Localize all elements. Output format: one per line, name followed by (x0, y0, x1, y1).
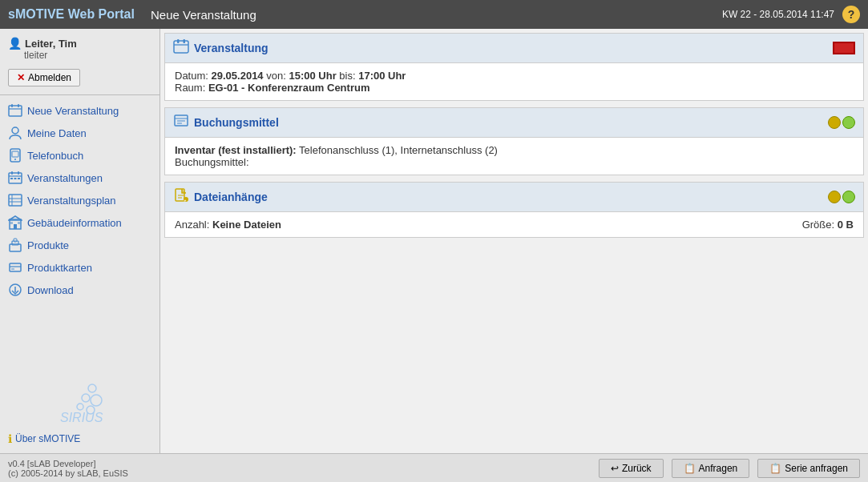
logo-brand: MOTIVE Web Portal (15, 7, 135, 21)
anfragen-button[interactable]: 📋 Anfragen (672, 459, 750, 478)
about-label: Über sMOTIVE (15, 433, 80, 444)
nav-label-veranstaltungen: Veranstaltungen (27, 172, 103, 184)
x-icon: ✕ (17, 72, 25, 83)
section-buchungsmittel: Buchungsmittel Inventar (fest installier… (164, 107, 864, 175)
content-area: Veranstaltung Datum: 29.05.2014 von: 15:… (160, 29, 868, 453)
sidebar-item-download[interactable]: Download (0, 279, 159, 301)
events-icon (8, 171, 22, 185)
main-layout: 👤 Leiter, Tim tleiter ✕ Abmelden Neue Ve… (0, 29, 868, 453)
svg-rect-0 (9, 106, 22, 116)
buchungsmittel-row: Buchungsmittel: (175, 156, 854, 168)
nav-label-produkte: Produkte (27, 239, 69, 251)
svg-rect-40 (184, 39, 186, 43)
nav-label-download: Download (27, 284, 74, 296)
logo-s: s (8, 7, 15, 21)
user-sub: tleiter (8, 50, 151, 61)
svg-rect-10 (18, 171, 19, 175)
svg-rect-13 (14, 178, 17, 179)
header-right: KW 22 - 28.05.2014 11:47 ? (722, 6, 860, 23)
section-title-veranstaltung: Veranstaltung (173, 38, 268, 58)
section-body-dateianhaenge: Anzahl: Keine Dateien Größe: 0 B (165, 212, 863, 237)
page-title: Neue Veranstaltung (151, 8, 722, 22)
logout-button[interactable]: ✕ Abmelden (8, 69, 80, 86)
sirius-logo: SIRIUS (8, 380, 151, 424)
von-label: von: (266, 70, 286, 82)
user-info: 👤 Leiter, Tim tleiter (0, 33, 159, 65)
sidebar-nav: Neue Veranstaltung Meine Daten Telefonbu… (0, 99, 159, 372)
red-rect-control[interactable] (833, 42, 855, 54)
building-icon (8, 215, 22, 230)
user-name: Leiter, Tim (25, 38, 77, 50)
sidebar-item-neue-veranstaltung[interactable]: Neue Veranstaltung (0, 99, 159, 122)
phone-icon (8, 148, 22, 163)
info-icon: ℹ (8, 432, 12, 445)
sidebar-item-gebaeudeinformation[interactable]: Gebäudeinformation (0, 211, 159, 234)
svg-rect-21 (14, 224, 17, 229)
back-button[interactable]: ↩ Zurück (599, 459, 664, 478)
section-controls-veranstaltung (833, 42, 855, 54)
version-line1: v0.4 [sLAB Developer] (8, 459, 591, 468)
datei-icon: + (173, 187, 189, 207)
version-info: v0.4 [sLAB Developer] (c) 2005-2014 by s… (8, 459, 591, 478)
svg-marker-20 (9, 216, 22, 220)
von-time: 15:00 Uhr (289, 70, 336, 82)
user-icon: 👤 (8, 37, 22, 50)
sirius-graphic: SIRIUS (52, 380, 108, 424)
serie-anfragen-button[interactable]: 📋 Serie anfragen (757, 459, 860, 478)
green-circle-control[interactable] (842, 116, 855, 129)
section-title-buchungsmittel: Buchungsmittel (173, 113, 279, 132)
svg-rect-9 (11, 171, 13, 175)
app-logo: sMOTIVE Web Portal (8, 7, 135, 22)
svg-rect-45 (177, 123, 182, 124)
sidebar-item-veranstaltungsplan[interactable]: Veranstaltungsplan (0, 189, 159, 211)
svg-point-35 (77, 404, 83, 410)
svg-point-32 (88, 384, 96, 392)
raum-value: EG-01 - Konferenzraum Centrum (208, 82, 370, 94)
serie-anfragen-label: Serie anfragen (785, 463, 848, 474)
sidebar-item-veranstaltungen[interactable]: Veranstaltungen (0, 167, 159, 189)
svg-point-34 (91, 395, 102, 406)
section-header-buchungsmittel: Buchungsmittel (165, 108, 863, 138)
svg-rect-14 (18, 178, 20, 179)
orange-circle-control[interactable] (828, 116, 841, 129)
green-circle-control2[interactable] (842, 191, 855, 203)
sidebar-item-produkte[interactable]: Produkte (0, 234, 159, 256)
sidebar-item-produktkarten[interactable]: Produktkarten (0, 256, 159, 279)
logout-label: Abmelden (28, 72, 71, 83)
sidebar-item-meine-daten[interactable]: Meine Daten (0, 122, 159, 144)
footer: v0.4 [sLAB Developer] (c) 2005-2014 by s… (0, 453, 868, 482)
produktkarten-icon (8, 260, 22, 275)
veranstaltung-title: Veranstaltung (194, 42, 268, 54)
anfragen-label: Anfragen (699, 463, 738, 474)
section-dateianhaenge: + Dateianhänge Anzahl: Keine Dateien Grö… (164, 182, 864, 238)
sidebar-item-telefonbuch[interactable]: Telefonbuch (0, 144, 159, 167)
svg-point-33 (82, 394, 90, 402)
svg-rect-12 (10, 178, 13, 179)
help-button[interactable]: ? (842, 6, 860, 23)
nav-label-produktkarten: Produktkarten (27, 262, 92, 274)
back-icon: ↩ (611, 463, 619, 474)
svg-rect-1 (11, 104, 13, 107)
section-header-veranstaltung: Veranstaltung (165, 34, 863, 63)
serie-icon: 📋 (769, 463, 781, 474)
nav-label-telefonbuch: Telefonbuch (27, 150, 83, 162)
anfragen-icon: 📋 (684, 463, 696, 474)
svg-rect-22 (10, 222, 13, 224)
section-body-veranstaltung: Datum: 29.05.2014 von: 15:00 Uhr bis: 17… (165, 63, 863, 100)
section-controls-buchungsmittel (828, 116, 855, 129)
svg-rect-15 (9, 195, 22, 206)
veranstaltung-icon (173, 38, 189, 58)
sidebar: 👤 Leiter, Tim tleiter ✕ Abmelden Neue Ve… (0, 29, 160, 453)
header: sMOTIVE Web Portal Neue Veranstaltung KW… (0, 0, 868, 29)
orange-circle-control2[interactable] (828, 191, 841, 203)
about-link[interactable]: ℹ Über sMOTIVE (8, 432, 151, 445)
section-controls-dateianhaenge (828, 191, 855, 203)
nav-label-neue-veranstaltung: Neue Veranstaltung (27, 105, 119, 117)
raum-label: Raum: (175, 82, 205, 94)
svg-rect-6 (12, 151, 18, 157)
buchungsmittel-label: Buchungsmittel: (175, 156, 249, 168)
anzahl-row: Anzahl: Keine Dateien Größe: 0 B (175, 219, 854, 231)
nav-label-meine-daten: Meine Daten (27, 127, 87, 139)
download-icon (8, 283, 22, 297)
groesse-label: Größe: (802, 219, 834, 231)
